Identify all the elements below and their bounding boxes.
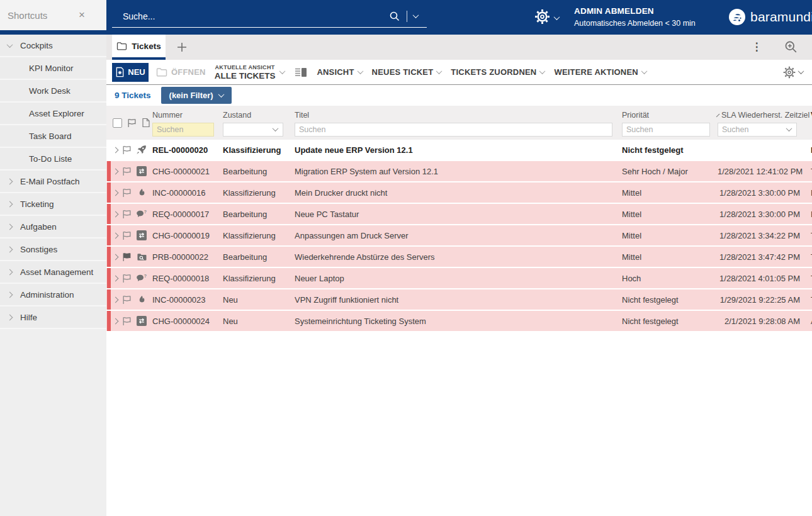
- brand-logo: baramundi: [728, 8, 812, 26]
- search-options-chevron-icon[interactable]: [413, 12, 419, 18]
- kebab-menu-icon[interactable]: ⋮: [750, 39, 763, 55]
- sidebar-item-ticketing[interactable]: Ticketing: [0, 193, 106, 216]
- expand-chevron-icon[interactable]: [113, 232, 119, 238]
- add-tab-button[interactable]: [171, 35, 193, 60]
- ticket-row[interactable]: CHG-00000024 Neu Systemeinrichtung Ticke…: [106, 311, 812, 332]
- expand-chevron-icon[interactable]: [113, 189, 119, 196]
- ticket-row[interactable]: ? REQ-00000017 Bearbeitung Neue PC Tasta…: [106, 204, 812, 225]
- flag-outline-icon[interactable]: [122, 317, 132, 326]
- chevron-down-icon: [7, 42, 13, 48]
- sidebar-item-asset-management[interactable]: Asset Management: [0, 261, 106, 284]
- sidebar-title: Shortcuts: [8, 10, 79, 21]
- sidebar-item-label: Asset Explorer: [29, 109, 84, 118]
- tab-tickets[interactable]: Tickets: [112, 35, 166, 60]
- sidebar-item-to-do-liste[interactable]: To-Do Liste: [0, 148, 106, 171]
- column-header-prioritaet[interactable]: Priorität: [622, 111, 718, 120]
- problem-search-icon: [136, 252, 147, 262]
- main-area: Tickets ⋮ NEU ÖFFNEN AKTUELLE ANSICHT AL…: [106, 35, 812, 516]
- tickets-zuordnen-menu[interactable]: TICKETS ZUORDNEN: [451, 67, 544, 77]
- column-header-zustand[interactable]: Zustand: [223, 111, 295, 120]
- flag-outline-icon[interactable]: [122, 167, 132, 176]
- sidebar-item-cockpits[interactable]: Cockpits: [0, 35, 106, 57]
- expand-chevron-icon[interactable]: [113, 296, 119, 303]
- ticket-row[interactable]: PRB-00000022 Bearbeitung Wiederkehrende …: [106, 247, 812, 268]
- gear-icon[interactable]: [534, 8, 551, 25]
- expand-chevron-icon[interactable]: [113, 254, 119, 260]
- folder-icon: [116, 42, 127, 50]
- flag-outline-icon[interactable]: [122, 188, 132, 198]
- chevron-down-icon: [218, 91, 224, 98]
- ticket-row[interactable]: REL-00000020 Klassifizierung Update neue…: [106, 140, 812, 161]
- ticket-row[interactable]: CHG-00000019 Klassifizierung Anpassungen…: [106, 225, 812, 247]
- session-info[interactable]: ADMIN ABMELDEN Automatisches Abmelden < …: [574, 6, 696, 28]
- select-all-checkbox[interactable]: [113, 118, 122, 128]
- settings-menu[interactable]: [534, 8, 559, 25]
- sidebar-items: Cockpits KPI Monitor Work Desk Asset Exp…: [0, 35, 106, 329]
- sidebar-item-sonstiges[interactable]: Sonstiges: [0, 238, 106, 261]
- chevron-right-icon: [7, 314, 13, 320]
- filter-select-sla[interactable]: [718, 123, 797, 137]
- flag-outline-icon[interactable]: [122, 231, 132, 240]
- ticket-row[interactable]: ? REQ-00000018 Klassifizierung Neuer Lap…: [106, 268, 812, 289]
- flag-outline-icon[interactable]: [122, 145, 132, 155]
- settings-chevron-icon[interactable]: [554, 14, 560, 20]
- ticket-title: VPN Zugriff funktioniert nicht: [295, 295, 622, 305]
- column-header-clipped[interactable]: V: [805, 111, 812, 120]
- neu-button[interactable]: NEU: [112, 63, 149, 82]
- sidebar-item-aufgaben[interactable]: Aufgaben: [0, 216, 106, 238]
- search-icon[interactable]: [389, 11, 400, 22]
- global-search[interactable]: Suche...: [112, 5, 427, 28]
- filter-input-sla[interactable]: [718, 123, 797, 137]
- oeffnen-button[interactable]: ÖFFNEN: [156, 67, 206, 77]
- filter-button[interactable]: (kein Filter): [161, 87, 232, 104]
- sidebar-item-administration[interactable]: Administration: [0, 284, 106, 306]
- neues-ticket-menu[interactable]: NEUES TICKET: [372, 67, 442, 77]
- sidebar-item-kpi-monitor[interactable]: KPI Monitor: [0, 57, 106, 80]
- expand-chevron-icon[interactable]: [113, 147, 119, 153]
- release-rocket-icon: [136, 145, 147, 155]
- filter-input-nummer[interactable]: [152, 123, 214, 137]
- filter-select-zustand[interactable]: [223, 123, 283, 137]
- filter-input-prioritaet[interactable]: [622, 123, 710, 137]
- flag-filled-icon[interactable]: [122, 252, 132, 262]
- ansicht-menu[interactable]: ANSICHT: [317, 67, 362, 77]
- expand-chevron-icon[interactable]: [113, 275, 119, 281]
- current-view-selector[interactable]: AKTUELLE ANSICHT ALLE TICKETS: [215, 64, 285, 81]
- row-icons-cell: [106, 230, 152, 241]
- flag-outline-icon[interactable]: [122, 295, 132, 305]
- flag-column-icon[interactable]: [127, 118, 137, 128]
- neu-button-label: NEU: [128, 67, 145, 77]
- ticket-title: Neuer Laptop: [295, 274, 622, 283]
- layout-view-icon[interactable]: [295, 67, 307, 77]
- filter-input-titel[interactable]: [295, 123, 612, 137]
- flag-outline-icon[interactable]: [122, 274, 132, 283]
- close-icon[interactable]: ×: [79, 9, 85, 21]
- expand-chevron-icon[interactable]: [113, 211, 119, 217]
- zoom-search-icon[interactable]: [784, 40, 798, 54]
- expand-chevron-icon[interactable]: [113, 168, 119, 174]
- column-sla: SLA Wiederherst. Zeitziel: [718, 106, 805, 140]
- admin-logout-button[interactable]: ADMIN ABMELDEN: [574, 6, 696, 16]
- sidebar-item-task-board[interactable]: Task Board: [0, 125, 106, 148]
- ticket-row[interactable]: INC-00000016 Klassifizierung Mein Drucke…: [106, 182, 812, 204]
- row-icons-cell: [106, 188, 152, 198]
- column-header-titel[interactable]: Titel: [295, 111, 622, 120]
- ticket-row[interactable]: CHG-00000021 Bearbeitung Migration ERP S…: [106, 161, 812, 182]
- column-prioritaet: Priorität: [622, 106, 718, 140]
- sidebar-item-hilfe[interactable]: Hilfe: [0, 306, 106, 329]
- table-settings-menu[interactable]: [782, 65, 803, 79]
- flag-outline-icon[interactable]: [122, 210, 132, 219]
- expand-chevron-icon[interactable]: [113, 318, 119, 324]
- column-header-nummer[interactable]: Nummer: [152, 111, 223, 120]
- search-input[interactable]: Suche...: [123, 11, 389, 21]
- sidebar-item-asset-explorer[interactable]: Asset Explorer: [0, 103, 106, 125]
- column-header-sla[interactable]: SLA Wiederherst. Zeitziel: [718, 111, 805, 120]
- weitere-aktionen-menu[interactable]: WEITERE AKTIONEN: [554, 67, 646, 77]
- ticket-priority: Mittel: [622, 210, 718, 219]
- document-column-icon[interactable]: [142, 118, 150, 128]
- ticket-row[interactable]: INC-00000023 Neu VPN Zugriff funktionier…: [106, 289, 812, 311]
- ticket-priority: Mittel: [622, 188, 718, 198]
- row-icons-cell: ?: [106, 273, 152, 284]
- sidebar-item-e-mail-postfach[interactable]: E-Mail Postfach: [0, 171, 106, 193]
- sidebar-item-work-desk[interactable]: Work Desk: [0, 80, 106, 103]
